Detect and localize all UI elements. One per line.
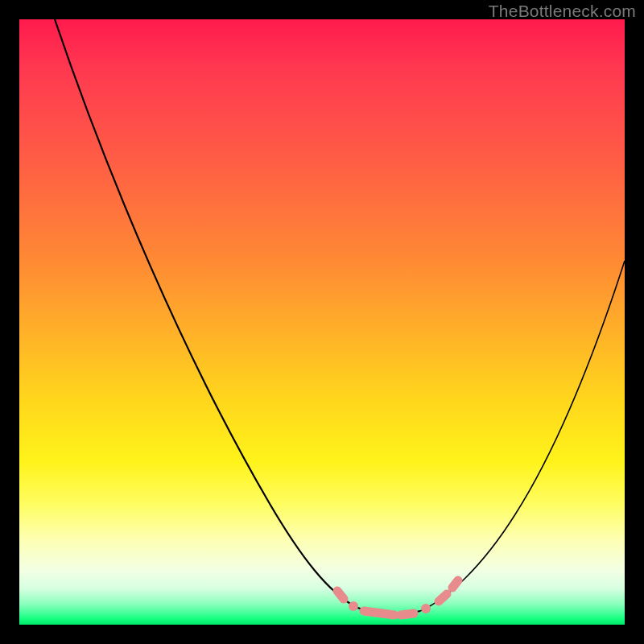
valley-markers: [337, 580, 458, 615]
curve-right-limb: [420, 261, 625, 611]
valley-marker-seg: [337, 591, 344, 599]
plot-area: [19, 19, 625, 625]
valley-marker-dot: [421, 604, 431, 613]
valley-marker-dot: [349, 601, 358, 611]
valley-marker-seg: [439, 594, 447, 601]
curve-left-limb: [55, 19, 356, 607]
bottleneck-curve: [19, 19, 625, 625]
valley-marker-seg: [364, 611, 394, 615]
watermark-text: TheBottleneck.com: [489, 2, 636, 21]
outer-frame: TheBottleneck.com: [0, 0, 644, 644]
valley-marker-seg: [401, 613, 414, 615]
valley-marker-seg: [452, 580, 458, 588]
